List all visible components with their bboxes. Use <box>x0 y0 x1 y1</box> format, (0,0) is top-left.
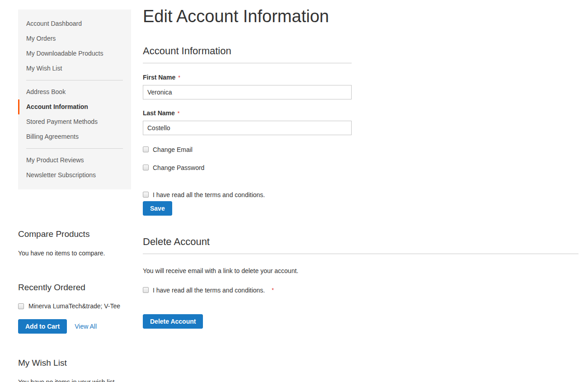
compare-products-empty-text: You have no items to compare. <box>18 249 131 257</box>
delete-account-note: You will receive email with a link to de… <box>143 267 579 275</box>
view-all-link[interactable]: View All <box>75 323 97 330</box>
delete-terms-checkbox[interactable] <box>143 287 149 293</box>
nav-divider <box>26 80 123 80</box>
delete-terms-required-mark: * <box>272 287 274 293</box>
sidebar-link-newsletter-subscriptions[interactable]: Newsletter Subscriptions <box>18 168 131 183</box>
recently-ordered-block: Recently Ordered Minerva LumaTech&trade;… <box>18 283 131 334</box>
sidebar-item-account-information: Account Information <box>18 99 131 114</box>
sidebar-item-stored-payment-methods: Stored Payment Methods <box>18 114 131 129</box>
last-name-required-mark: * <box>178 110 180 117</box>
sidebar-item-account-dashboard: Account Dashboard <box>18 16 131 31</box>
wishlist-block: My Wish List You have no items in your w… <box>18 358 131 382</box>
compare-products-title: Compare Products <box>18 229 131 239</box>
first-name-field: First Name* <box>143 74 352 99</box>
sidebar-item-my-orders: My Orders <box>18 31 131 46</box>
delete-account-section: Delete Account You will receive email wi… <box>143 236 579 329</box>
compare-products-block: Compare Products You have no items to co… <box>18 229 131 257</box>
terms-checkbox[interactable] <box>143 192 149 198</box>
last-name-input[interactable] <box>143 121 352 135</box>
sidebar-link-my-downloadable-products[interactable]: My Downloadable Products <box>18 46 131 61</box>
delete-account-button[interactable]: Delete Account <box>143 314 203 329</box>
terms-label[interactable]: I have read all the terms and conditions… <box>153 191 265 198</box>
page-title: Edit Account Information <box>143 7 579 26</box>
change-password-label[interactable]: Change Password <box>153 164 204 171</box>
sidebar-item-billing-agreements: Billing Agreements <box>18 129 131 144</box>
change-password-row: Change Password <box>143 164 352 171</box>
recently-ordered-item-checkbox[interactable] <box>18 303 24 309</box>
change-email-row: Change Email <box>143 146 352 153</box>
change-password-checkbox[interactable] <box>143 165 149 170</box>
change-email-label[interactable]: Change Email <box>153 146 193 153</box>
wishlist-title: My Wish List <box>18 358 131 368</box>
change-email-checkbox[interactable] <box>143 146 149 152</box>
last-name-label: Last Name <box>143 109 175 117</box>
sidebar-link-my-product-reviews[interactable]: My Product Reviews <box>18 153 131 168</box>
account-information-form: First Name* Last Name* Change Email Chan… <box>143 74 352 216</box>
account-navigation: Account Dashboard My Orders My Downloada… <box>18 9 131 189</box>
main-content: Edit Account Information Account Informa… <box>143 0 579 382</box>
terms-row: I have read all the terms and conditions… <box>143 191 352 198</box>
save-row: Save <box>143 201 352 216</box>
first-name-input[interactable] <box>143 85 352 99</box>
account-information-legend: Account Information <box>143 45 352 63</box>
recently-ordered-actions: Add to Cart View All <box>18 319 131 334</box>
page-columns: Account Dashboard My Orders My Downloada… <box>0 0 588 382</box>
sidebar-link-account-information[interactable]: Account Information <box>18 99 131 114</box>
delete-account-action: Delete Account <box>143 314 579 329</box>
sidebar-item-my-downloadable-products: My Downloadable Products <box>18 46 131 61</box>
delete-terms-row: I have read all the terms and conditions… <box>143 287 579 294</box>
sidebar-item-newsletter-subscriptions: Newsletter Subscriptions <box>18 168 131 183</box>
sidebar-link-address-book[interactable]: Address Book <box>18 85 131 99</box>
last-name-field: Last Name* <box>143 109 352 135</box>
sidebar-link-account-dashboard[interactable]: Account Dashboard <box>18 16 131 31</box>
delete-terms-label[interactable]: I have read all the terms and conditions… <box>153 287 265 294</box>
sidebar-link-my-orders[interactable]: My Orders <box>18 31 131 46</box>
recently-ordered-title: Recently Ordered <box>18 283 131 292</box>
sidebar-link-stored-payment-methods[interactable]: Stored Payment Methods <box>18 114 131 129</box>
sidebar-link-billing-agreements[interactable]: Billing Agreements <box>18 129 131 144</box>
sidebar: Account Dashboard My Orders My Downloada… <box>18 0 131 382</box>
sidebar-item-my-wish-list: My Wish List <box>18 61 131 76</box>
account-information-section: Account Information First Name* Last Nam… <box>143 45 579 216</box>
add-to-cart-button[interactable]: Add to Cart <box>18 319 67 334</box>
recently-ordered-item-label[interactable]: Minerva LumaTech&trade; V-Tee <box>28 302 120 310</box>
nav-divider <box>26 148 123 149</box>
sidebar-item-address-book: Address Book <box>18 85 131 99</box>
recently-ordered-item: Minerva LumaTech&trade; V-Tee <box>18 302 131 310</box>
first-name-required-mark: * <box>178 75 180 81</box>
wishlist-empty-text: You have no items in your wish list. <box>18 378 131 382</box>
delete-account-legend: Delete Account <box>143 236 579 254</box>
save-button[interactable]: Save <box>143 201 172 216</box>
sidebar-link-my-wish-list[interactable]: My Wish List <box>18 61 131 76</box>
sidebar-item-my-product-reviews: My Product Reviews <box>18 153 131 168</box>
first-name-label: First Name <box>143 74 175 81</box>
